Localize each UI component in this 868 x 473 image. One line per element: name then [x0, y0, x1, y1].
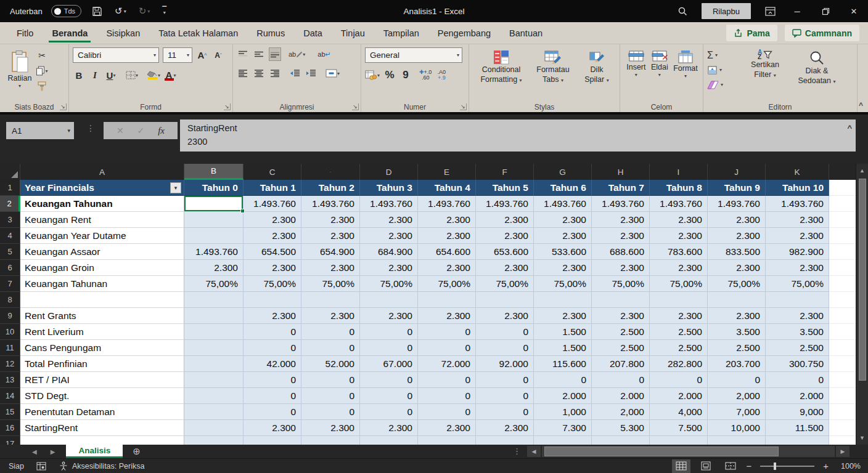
- row-header-11[interactable]: 11: [0, 340, 20, 356]
- row-header-16[interactable]: 16: [0, 420, 20, 436]
- cell-r13-c5[interactable]: 0: [476, 372, 534, 388]
- cell-r16-c2[interactable]: 2.300: [301, 420, 360, 436]
- cell-r13-c4[interactable]: 0: [418, 372, 476, 388]
- row-label-14[interactable]: STD Degt.: [20, 388, 184, 404]
- col-header-E[interactable]: E: [418, 164, 476, 180]
- cell-r2-c6[interactable]: 1.493.760: [534, 196, 592, 212]
- cell-r17-c1[interactable]: [244, 436, 301, 445]
- cell-r12-c5[interactable]: 92.000: [476, 356, 534, 372]
- format-painter-button[interactable]: [36, 79, 48, 93]
- minimize-button[interactable]: ─: [783, 0, 811, 22]
- close-button[interactable]: ✕: [840, 0, 868, 22]
- row-header-10[interactable]: 10: [0, 324, 20, 340]
- row-header-3[interactable]: 3: [0, 212, 20, 228]
- cell-r12-c0[interactable]: [184, 356, 244, 372]
- cell-r11-c7[interactable]: 2.500: [592, 340, 650, 356]
- cell-r9-c6[interactable]: 2.300: [534, 308, 592, 324]
- cell-r7-c1[interactable]: 75,00%: [244, 276, 301, 292]
- cell-r15-c2[interactable]: 0: [301, 404, 360, 420]
- align-top-button[interactable]: [237, 47, 249, 61]
- horizontal-scroll-thumb[interactable]: [544, 447, 779, 456]
- cell-r14-c6[interactable]: 2.000: [534, 388, 592, 404]
- cell-r9-c0[interactable]: [184, 308, 244, 324]
- cell-r15-c8[interactable]: 4,000: [650, 404, 708, 420]
- cell-r15-c3[interactable]: 0: [360, 404, 418, 420]
- cell-r10-c0[interactable]: [184, 324, 244, 340]
- cell-r5-c4[interactable]: 654.600: [418, 244, 476, 260]
- row-label-5[interactable]: Keuangan Assaor: [20, 244, 184, 260]
- underline-button[interactable]: U▾: [105, 68, 117, 82]
- accounting-format-button[interactable]: ▾: [365, 68, 380, 82]
- copy-button[interactable]: ▾: [36, 64, 48, 78]
- cell-r7-c0[interactable]: 75,00%: [184, 276, 244, 292]
- font-color-button[interactable]: A▾: [164, 68, 176, 82]
- scroll-up-icon[interactable]: ▲: [856, 164, 868, 177]
- clipboard-dialog-launcher[interactable]: ↘: [60, 103, 67, 110]
- row-label-15[interactable]: Penentutan Detaman: [20, 404, 184, 420]
- cell-r5-c6[interactable]: 533.600: [534, 244, 592, 260]
- cell-r17-c8[interactable]: [650, 436, 708, 445]
- row-label-4[interactable]: Keuangan Year Dutame: [20, 228, 184, 244]
- cell-r6-c1[interactable]: 2.300: [244, 260, 301, 276]
- cell-r2-c1[interactable]: 1.493.760: [244, 196, 301, 212]
- cell-r12-c9[interactable]: 203.700: [708, 356, 766, 372]
- row-label-12[interactable]: Total Penfinian: [20, 356, 184, 372]
- cell-r4-c5[interactable]: 2.300: [476, 228, 534, 244]
- cell-r2-c5[interactable]: 1.493.760: [476, 196, 534, 212]
- col-header-J[interactable]: J: [708, 164, 766, 180]
- cell-r14-c1[interactable]: 0: [244, 388, 301, 404]
- insert-cells-button[interactable]: Insert▾: [626, 47, 645, 101]
- cell-r6-c10[interactable]: 2.300: [766, 260, 829, 276]
- autosum-button[interactable]: Σ▾: [707, 49, 739, 62]
- year-header-10[interactable]: Tahun 10: [766, 180, 829, 196]
- scroll-right-icon[interactable]: ▶: [836, 446, 850, 457]
- sheet-next-icon[interactable]: ▶: [51, 448, 55, 455]
- cell-r10-c6[interactable]: 1.500: [534, 324, 592, 340]
- cell-r10-c8[interactable]: 2.500: [650, 324, 708, 340]
- italic-button[interactable]: I: [89, 68, 101, 82]
- cell-r3-c2[interactable]: 2.300: [301, 212, 360, 228]
- sort-filter-button[interactable]: AZ Sertikan Filter ▾: [739, 47, 791, 101]
- cell-r9-c7[interactable]: 2.300: [592, 308, 650, 324]
- menu-tab-tampilan[interactable]: Tampilan: [374, 22, 428, 44]
- cell-r8-c8[interactable]: [650, 292, 708, 308]
- cell-r4-c0[interactable]: [184, 228, 244, 244]
- menu-tab-bantuan[interactable]: Bantuan: [500, 22, 552, 44]
- cell-r7-c4[interactable]: 75,00%: [418, 276, 476, 292]
- cell-r8-c5[interactable]: [476, 292, 534, 308]
- row-label-11[interactable]: Cans Pengungam: [20, 340, 184, 356]
- cell-r16-c6[interactable]: 7.300: [534, 420, 592, 436]
- cell-r15-c1[interactable]: 0: [244, 404, 301, 420]
- comments-button[interactable]: Cammnann: [785, 25, 859, 41]
- cell-r8-c7[interactable]: [592, 292, 650, 308]
- undo-button[interactable]: ↺▾: [113, 4, 128, 18]
- collapse-ribbon-button[interactable]: ^: [859, 101, 863, 110]
- page-break-view-button[interactable]: [721, 459, 740, 473]
- row-header-9[interactable]: 9: [0, 308, 20, 324]
- cell-r14-c0[interactable]: [184, 388, 244, 404]
- col-header-F[interactable]: F: [476, 164, 534, 180]
- col-header-I[interactable]: I: [650, 164, 708, 180]
- cell-r9-c10[interactable]: 2.300: [766, 308, 829, 324]
- col-header-G[interactable]: G: [534, 164, 592, 180]
- year-header-2[interactable]: Tahun 2: [301, 180, 360, 196]
- cell-r11-c6[interactable]: 1.500: [534, 340, 592, 356]
- insert-function-icon[interactable]: fx: [158, 126, 165, 136]
- cell-r17-c2[interactable]: [301, 436, 360, 445]
- cell-r4-c6[interactable]: 2.300: [534, 228, 592, 244]
- cell-r5-c0[interactable]: 1.493.760: [184, 244, 244, 260]
- cell-r3-c1[interactable]: 2.300: [244, 212, 301, 228]
- cell-r10-c1[interactable]: 0: [244, 324, 301, 340]
- cancel-entry-icon[interactable]: ✕: [117, 126, 124, 135]
- cell-r11-c8[interactable]: 2.500: [650, 340, 708, 356]
- autosave-toggle[interactable]: Tds: [51, 5, 81, 17]
- cell-styles-button[interactable]: Dilk Spilar ▾: [578, 47, 616, 101]
- row-header-8[interactable]: 8: [0, 292, 20, 308]
- row-label-10[interactable]: Rent Liverium: [20, 324, 184, 340]
- borders-button[interactable]: ▾: [126, 68, 138, 82]
- cell-r10-c4[interactable]: 0: [418, 324, 476, 340]
- row-header-13[interactable]: 13: [0, 372, 20, 388]
- cell-r13-c8[interactable]: 0: [650, 372, 708, 388]
- cell-r2-c8[interactable]: 1.493.760: [650, 196, 708, 212]
- zoom-slider-thumb[interactable]: [774, 463, 776, 470]
